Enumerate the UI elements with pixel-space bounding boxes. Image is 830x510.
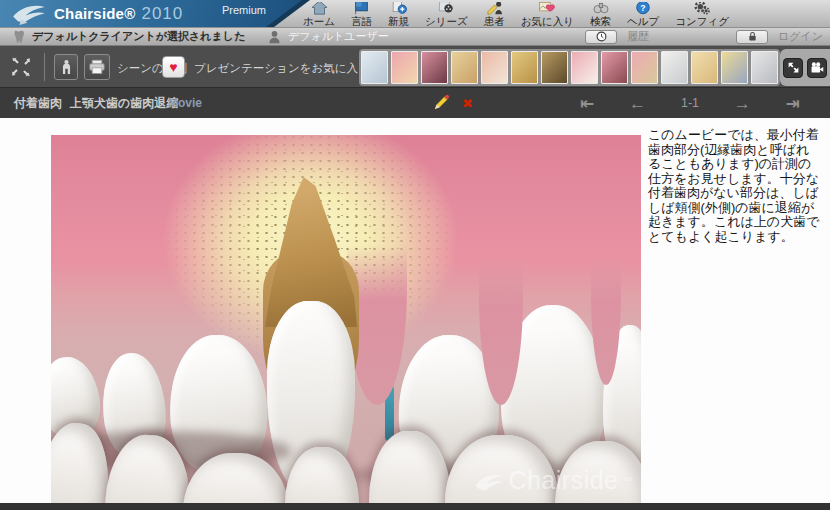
scene-toolbar: シーンの印刷 ♥ プレゼンテーションをお気に入りに追加: [0, 46, 830, 88]
page-navigation: ⇤ ← 1-1 → ⇥: [580, 95, 800, 112]
scene-thumbnail[interactable]: [541, 51, 568, 84]
delete-button[interactable]: ✖: [462, 96, 473, 111]
category-label: 付着歯肉: [14, 95, 62, 112]
history-button[interactable]: [585, 30, 617, 44]
app-window: ホーム 言語 新規 シリーズ 患者: [0, 0, 830, 510]
print-scene-button[interactable]: [84, 54, 110, 80]
search-icon: [592, 2, 610, 15]
status-bar: デフォルトクライアントが選択されました デフォルトユーザー 履歴 ログイン: [0, 27, 830, 46]
login-control: ログイン: [736, 29, 823, 44]
series-icon: [437, 2, 455, 15]
lock-icon: [747, 31, 758, 42]
toolbar-language-button[interactable]: 言語: [343, 0, 380, 27]
edit-button[interactable]: [433, 94, 450, 111]
watermark-bird-icon: [474, 470, 504, 492]
toolbar-config-button[interactable]: コンフィグ: [667, 0, 737, 27]
patient-icon: [486, 2, 503, 15]
page-title: 上顎犬歯の歯肉退縮: [70, 95, 178, 112]
clock-icon: [596, 31, 607, 42]
login-button[interactable]: [736, 30, 768, 44]
favorite-presentation-button[interactable]: ♥: [162, 56, 185, 78]
scene-thumbnail[interactable]: [511, 51, 538, 84]
pencil-icon: [433, 94, 450, 111]
bottom-edge: [0, 503, 830, 510]
main-toolbar: ホーム 言語 新規 シリーズ 患者: [295, 0, 826, 27]
scene-thumbnail[interactable]: [481, 51, 508, 84]
scene-thumbnail[interactable]: [721, 51, 748, 84]
scene-thumbnail[interactable]: [361, 51, 388, 84]
login-label: ログイン: [778, 29, 823, 44]
user-icon: [268, 30, 281, 44]
collapse-panels-button[interactable]: [8, 54, 34, 80]
last-page-button[interactable]: ⇥: [786, 95, 800, 112]
toolbar-search-button[interactable]: 検索: [582, 0, 619, 27]
toolbar-favorites-button[interactable]: お気に入り: [513, 0, 582, 27]
home-icon: [311, 2, 328, 15]
watermark-text: Chairside: [508, 466, 618, 495]
movie-description: このムービーでは、最小付着歯肉部分(辺縁歯肉と呼ばれることもあります)の計測の仕…: [648, 128, 822, 244]
scene-thumbnail[interactable]: [631, 51, 658, 84]
history-label: 履歴: [627, 29, 649, 44]
client-status: デフォルトクライアントが選択されました: [12, 29, 245, 44]
scene-thumbnail[interactable]: [691, 51, 718, 84]
toolbar-help-button[interactable]: ? ヘルプ: [619, 0, 667, 27]
scene-thumbnail[interactable]: [391, 51, 418, 84]
scene-thumbnails: [359, 49, 780, 86]
scene-thumbnail[interactable]: [601, 51, 628, 84]
scene-thumbnail[interactable]: [571, 51, 598, 84]
config-icon: [693, 2, 711, 15]
content-area: Chairside™ このムービーでは、最小付着歯肉部分(辺縁歯肉と呼ばれること…: [0, 118, 830, 503]
printer-icon: [88, 59, 106, 75]
next-page-button[interactable]: →: [734, 95, 751, 112]
fullscreen-icon: [787, 61, 800, 74]
scene-thumbnail[interactable]: [661, 51, 688, 84]
view-controls-panel: [780, 49, 830, 86]
movie-mode-button[interactable]: [807, 58, 827, 78]
history-control: 履歴: [585, 29, 649, 44]
toolbar-series-button[interactable]: シリーズ: [417, 0, 476, 27]
brand-year: 2010: [141, 4, 183, 24]
page-indicator: 1-1: [681, 96, 699, 110]
header: ホーム 言語 新規 シリーズ 患者: [0, 0, 830, 27]
watermark-tm: ™: [623, 475, 634, 486]
fullscreen-button[interactable]: [783, 58, 803, 78]
user-indicator[interactable]: デフォルトユーザー: [268, 29, 389, 44]
brand-name: Chairside®: [54, 5, 135, 22]
language-icon: [353, 2, 370, 15]
chairside-bird-icon: [10, 2, 48, 26]
toolbar-new-button[interactable]: 新規: [380, 0, 417, 27]
presenter-icon: [60, 59, 73, 75]
presentation-title-bar: 付着歯肉 上顎犬歯の歯肉退縮 Movie ✖ ⇤ ← 1-1 → ⇥: [0, 88, 830, 118]
client-status-text: デフォルトクライアントが選択されました: [32, 29, 245, 44]
watermark: Chairside™: [474, 466, 633, 495]
collapse-arrows-icon: [10, 56, 32, 78]
favorites-icon: [538, 2, 556, 15]
tooth-icon: [12, 30, 25, 44]
presenter-button[interactable]: [54, 54, 78, 80]
previous-page-button[interactable]: ←: [629, 95, 646, 112]
svg-text:?: ?: [640, 3, 645, 13]
toolbar-patient-button[interactable]: 患者: [476, 0, 513, 27]
movie-viewport[interactable]: Chairside™: [51, 135, 641, 503]
media-type-label: Movie: [168, 96, 202, 110]
scene-thumbnail[interactable]: [451, 51, 478, 84]
header-brand-area: Chairside® 2010 Premium: [0, 0, 302, 27]
user-name: デフォルトユーザー: [288, 29, 389, 44]
toolbar-separator: [44, 53, 45, 81]
scene-thumbnail[interactable]: [751, 51, 778, 84]
heart-icon: ♥: [169, 60, 177, 74]
first-page-button[interactable]: ⇤: [580, 95, 594, 112]
new-icon: [390, 2, 408, 15]
app-logo: Chairside® 2010: [10, 0, 183, 27]
help-icon: ?: [635, 2, 651, 15]
scene-thumbnail[interactable]: [421, 51, 448, 84]
movie-camera-icon: [810, 61, 824, 74]
brand-edition: Premium: [222, 4, 266, 16]
